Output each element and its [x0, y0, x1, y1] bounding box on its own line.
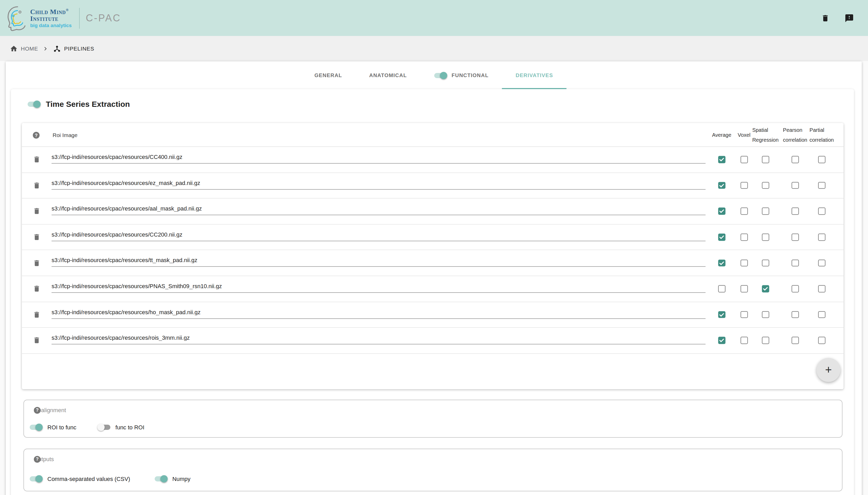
table-row [22, 225, 844, 250]
checkbox[interactable] [792, 156, 799, 163]
checkbox[interactable] [792, 311, 799, 318]
table-row [22, 328, 844, 354]
csv-toggle[interactable] [29, 475, 43, 482]
tab-anatomical[interactable]: ANATOMICAL [356, 62, 421, 89]
breadcrumb-home-label: HOME [21, 45, 38, 52]
tab-functional-label: FUNCTIONAL [452, 72, 489, 78]
tab-functional[interactable]: FUNCTIONAL [421, 62, 502, 89]
checkbox-checked[interactable] [718, 259, 725, 267]
realignment-toggles: ROI to func func to ROI [29, 424, 144, 431]
row-checkboxes [22, 173, 844, 198]
numpy-toggle[interactable] [154, 475, 168, 482]
outputs-toggles: Comma-separated values (CSV) Numpy [29, 475, 191, 482]
checkbox[interactable] [818, 208, 825, 215]
column-header: Voxel [738, 130, 750, 140]
checkbox[interactable] [818, 234, 825, 241]
column-header: Average [712, 130, 731, 140]
chevron-right-icon [42, 45, 49, 52]
toggle-thumb [160, 475, 168, 482]
add-roi-button[interactable]: + [816, 358, 840, 382]
pipeline-editor-card: GENERAL ANATOMICAL FUNCTIONAL DERIVATIVE… [6, 62, 862, 495]
toggle-thumb [97, 424, 104, 431]
roi-to-func-label: ROI to func [47, 424, 76, 430]
app-title: C-PAC [86, 12, 121, 24]
checkbox[interactable] [818, 259, 825, 267]
checkbox[interactable] [792, 337, 799, 344]
breadcrumb-separator [42, 45, 49, 52]
column-headers: AverageVoxelSpatialRegressionPearsoncorr… [22, 123, 844, 147]
checkbox-checked[interactable] [718, 311, 725, 318]
checkbox[interactable] [741, 285, 748, 292]
checkbox[interactable] [762, 337, 769, 344]
checkbox[interactable] [818, 285, 825, 292]
checkbox[interactable] [792, 285, 799, 292]
checkbox[interactable] [818, 337, 825, 344]
breadcrumb: HOME PIPELINES [0, 36, 868, 61]
checkbox-checked[interactable] [762, 285, 769, 292]
outputs-box: ? Outputs Comma-separated values (CSV) N… [23, 449, 843, 491]
checkbox[interactable] [762, 311, 769, 318]
checkbox[interactable] [818, 182, 825, 189]
registered-mark: ® [66, 8, 69, 12]
func-to-roi-toggle[interactable] [97, 424, 111, 431]
breadcrumb-pipelines[interactable]: PIPELINES [53, 45, 94, 52]
numpy-label: Numpy [172, 476, 191, 482]
toggle-thumb [35, 424, 43, 431]
checkbox[interactable] [741, 259, 748, 267]
func-to-roi-option: func to ROI [97, 424, 144, 431]
pipelines-icon [53, 45, 61, 52]
checkbox[interactable] [818, 311, 825, 318]
tab-derivatives[interactable]: DERIVATIVES [502, 62, 567, 89]
checkbox[interactable] [762, 259, 769, 267]
checkbox-checked[interactable] [718, 156, 725, 163]
help-icon[interactable]: ? [34, 407, 41, 413]
time-series-extraction-toggle[interactable] [27, 100, 41, 107]
checkbox[interactable] [741, 311, 748, 318]
row-checkboxes [22, 250, 844, 276]
breadcrumb-home[interactable]: HOME [10, 45, 38, 52]
checkbox[interactable] [792, 182, 799, 189]
checkbox[interactable] [762, 182, 769, 189]
roi-table: ? Roi Image AverageVoxelSpatialRegressio… [22, 123, 844, 389]
roi-to-func-toggle[interactable] [29, 424, 43, 431]
checkbox-checked[interactable] [718, 337, 725, 344]
checkbox[interactable] [718, 285, 725, 292]
checkbox[interactable] [741, 208, 748, 215]
brand-logo: Child Mind® Institute big data analytics… [0, 5, 121, 31]
checkbox[interactable] [762, 208, 769, 215]
row-checkboxes [22, 302, 844, 327]
checkbox[interactable] [818, 156, 825, 163]
checkbox[interactable] [741, 337, 748, 344]
roi-table-header: ? Roi Image AverageVoxelSpatialRegressio… [22, 123, 844, 147]
checkbox[interactable] [792, 234, 799, 241]
tab-general[interactable]: GENERAL [301, 62, 356, 89]
row-checkboxes [22, 225, 844, 250]
table-row [22, 302, 844, 328]
brand-text: Child Mind® Institute big data analytics [30, 8, 72, 28]
csv-label: Comma-separated values (CSV) [47, 476, 130, 482]
brand-divider [79, 7, 79, 29]
tab-bar: GENERAL ANATOMICAL FUNCTIONAL DERIVATIVE… [301, 62, 567, 89]
checkbox[interactable] [792, 208, 799, 215]
checkbox-checked[interactable] [718, 234, 725, 241]
checkbox-checked[interactable] [718, 208, 725, 215]
checkbox[interactable] [741, 156, 748, 163]
outputs-title-row: ? Outputs [34, 456, 54, 462]
help-icon[interactable]: ? [34, 456, 41, 462]
column-header: Partialcorrelation [810, 125, 834, 144]
checkbox[interactable] [741, 182, 748, 189]
toggle-thumb [440, 72, 447, 79]
checkbox-checked[interactable] [718, 182, 725, 189]
row-checkboxes [22, 147, 844, 172]
feedback-button[interactable] [844, 13, 854, 23]
functional-toggle[interactable] [434, 72, 447, 79]
toggle-thumb [33, 100, 41, 107]
checkbox[interactable] [762, 234, 769, 241]
table-row [22, 173, 844, 199]
checkbox[interactable] [792, 259, 799, 267]
checkbox[interactable] [762, 156, 769, 163]
checkbox[interactable] [741, 234, 748, 241]
realignment-box: ? Realignment ROI to func func to ROI [23, 400, 843, 438]
table-row [22, 276, 844, 302]
delete-pipeline-button[interactable] [820, 13, 831, 23]
